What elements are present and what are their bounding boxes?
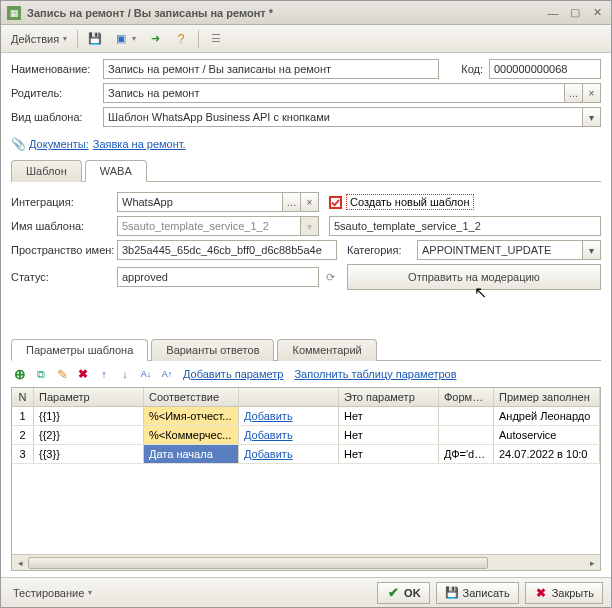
name-label: Наименование: xyxy=(11,63,103,75)
parent-label: Родитель: xyxy=(11,87,103,99)
window-title: Запись на ремонт / Вы записаны на ремонт… xyxy=(27,7,545,19)
maximize-button[interactable]: ▢ xyxy=(567,5,583,21)
table-header: N Параметр Соответствие Это параметр Фор… xyxy=(12,388,600,407)
documents-prefix-link[interactable]: Документы: xyxy=(29,138,89,150)
scroll-left-button[interactable]: ◂ xyxy=(12,555,28,571)
status-field: approved xyxy=(117,267,319,287)
col-isparam[interactable]: Это параметр xyxy=(339,388,439,406)
close-window-button[interactable]: ✕ xyxy=(589,5,605,21)
titlebar: ▦ Запись на ремонт / Вы записаны на ремо… xyxy=(1,1,611,25)
save-icon: 💾 xyxy=(445,586,459,600)
code-label: Код: xyxy=(447,63,483,75)
status-label: Статус: xyxy=(11,271,117,283)
tmpl-type-dropdown-button[interactable]: ▾ xyxy=(583,107,601,127)
add-row-button[interactable]: ⊕ xyxy=(11,365,29,383)
params-table: N Параметр Соответствие Это параметр Фор… xyxy=(11,387,601,571)
toolbar-help-icon[interactable]: ? xyxy=(170,30,192,48)
sort-desc-button[interactable]: A↑ xyxy=(158,365,176,383)
category-label: Категория: xyxy=(347,244,417,256)
send-moderation-button[interactable]: Отправить на модерацию ↖ xyxy=(347,264,601,290)
tab-template[interactable]: Шаблон xyxy=(11,160,82,182)
close-icon: ✖ xyxy=(534,586,548,600)
fill-params-link[interactable]: Заполнить таблицу параметров xyxy=(294,368,456,380)
namespace-field[interactable]: 3b25a445_65dc_46cb_bff0_d6c88b5a4e xyxy=(117,240,337,260)
scroll-thumb[interactable] xyxy=(28,557,488,569)
main-tabs: Шаблон WABA xyxy=(11,159,601,182)
move-up-button[interactable]: ↑ xyxy=(95,365,113,383)
documents-link[interactable]: Заявка на ремонт. xyxy=(93,138,186,150)
category-dropdown-button[interactable]: ▾ xyxy=(583,240,601,260)
integration-label: Интеграция: xyxy=(11,196,117,208)
col-format[interactable]: Формат ... xyxy=(439,388,494,406)
table-row[interactable]: 3 {{3}} Дата начала Добавить Нет ДФ='dd.… xyxy=(12,445,600,464)
toolbar-save-icon[interactable]: 💾 xyxy=(84,30,106,48)
add-param-link[interactable]: Добавить параметр xyxy=(183,368,283,380)
save-button[interactable]: 💾Записать xyxy=(436,582,519,604)
attachment-icon: 📎 xyxy=(11,137,25,151)
integration-clear-button[interactable]: × xyxy=(301,192,319,212)
toolbar-list-icon[interactable]: ☰ xyxy=(205,30,227,48)
col-example[interactable]: Пример заполнен xyxy=(494,388,600,406)
refresh-status-icon[interactable]: ⟳ xyxy=(323,270,337,284)
parent-select-button[interactable]: … xyxy=(565,83,583,103)
cursor-icon: ↖ xyxy=(474,283,487,302)
table-empty-area xyxy=(12,464,600,554)
tab-waba[interactable]: WABA xyxy=(85,160,147,182)
edit-row-button[interactable]: ✎ xyxy=(53,365,71,383)
actions-menu[interactable]: Действия xyxy=(7,31,71,47)
toolbar-new-icon[interactable]: ▣ xyxy=(110,30,140,48)
tmpl-type-field[interactable]: Шаблон WhatsApp Business API с кнопками xyxy=(103,107,583,127)
tmpl-name-gray-field: 5sauto_template_service_1_2 xyxy=(117,216,301,236)
testing-menu[interactable]: Тестирование xyxy=(9,585,96,601)
clone-row-button[interactable]: ⧉ xyxy=(32,365,50,383)
create-new-checkbox[interactable] xyxy=(329,196,342,209)
name-field[interactable]: Запись на ремонт / Вы записаны на ремонт xyxy=(103,59,439,79)
col-param[interactable]: Параметр xyxy=(34,388,144,406)
sort-asc-button[interactable]: A↓ xyxy=(137,365,155,383)
toolbar-go-icon[interactable]: ➜ xyxy=(144,30,166,48)
col-match[interactable]: Соответствие xyxy=(144,388,239,406)
horizontal-scrollbar[interactable]: ◂ ▸ xyxy=(12,554,600,570)
tab-comment[interactable]: Комментарий xyxy=(277,339,376,361)
scroll-right-button[interactable]: ▸ xyxy=(584,555,600,571)
close-button[interactable]: ✖Закрыть xyxy=(525,582,603,604)
move-down-button[interactable]: ↓ xyxy=(116,365,134,383)
tmpl-name-dropdown-button[interactable]: ▾ xyxy=(301,216,319,236)
tab-parameters[interactable]: Параметры шаблона xyxy=(11,339,148,361)
integration-field[interactable]: WhatsApp xyxy=(117,192,283,212)
parent-clear-button[interactable]: × xyxy=(583,83,601,103)
tmpl-name-label: Имя шаблона: xyxy=(11,220,117,232)
integration-select-button[interactable]: … xyxy=(283,192,301,212)
namespace-label: Пространство имен: xyxy=(11,244,117,256)
table-row[interactable]: 1 {{1}} %<Имя-отчест... Добавить Нет Анд… xyxy=(12,407,600,426)
app-icon: ▦ xyxy=(7,6,21,20)
col-action[interactable] xyxy=(239,388,339,406)
main-toolbar: Действия 💾 ▣ ➜ ? ☰ xyxy=(1,25,611,53)
delete-row-button[interactable]: ✖ xyxy=(74,365,92,383)
bottom-bar: Тестирование ✔OK 💾Записать ✖Закрыть xyxy=(1,577,611,607)
parent-field[interactable]: Запись на ремонт xyxy=(103,83,565,103)
table-row[interactable]: 2 {{2}} %<Коммерчес... Добавить Нет Auto… xyxy=(12,426,600,445)
ok-button[interactable]: ✔OK xyxy=(377,582,430,604)
code-field[interactable]: 000000000068 xyxy=(489,59,601,79)
tmpl-name-field[interactable]: 5sauto_template_service_1_2 xyxy=(329,216,601,236)
col-n[interactable]: N xyxy=(12,388,34,406)
minimize-button[interactable]: — xyxy=(545,5,561,21)
tab-answers[interactable]: Варианты ответов xyxy=(151,339,274,361)
check-icon: ✔ xyxy=(386,586,400,600)
category-field[interactable]: APPOINTMENT_UPDATE xyxy=(417,240,583,260)
params-tabs: Параметры шаблона Варианты ответов Комме… xyxy=(11,338,601,361)
tmpl-type-label: Вид шаблона: xyxy=(11,111,103,123)
create-new-label: Создать новый шаблон xyxy=(346,194,474,210)
params-toolbar: ⊕ ⧉ ✎ ✖ ↑ ↓ A↓ A↑ Добавить параметр Запо… xyxy=(11,361,601,387)
